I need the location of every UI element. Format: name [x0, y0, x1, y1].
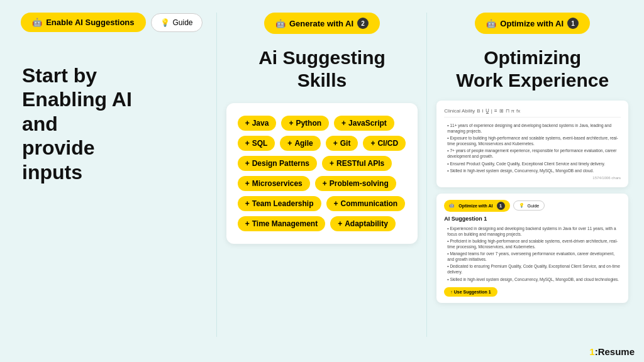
skill-git: Git — [326, 136, 358, 151]
doc-bullet-4: • Ensured Product Quality, Code Quality,… — [444, 161, 621, 167]
toolbar-fx: fx — [516, 108, 520, 114]
skill-time-management: Time Management — [238, 216, 326, 231]
col3-buttons: 🤖 Optimize with AI 1 — [475, 13, 590, 34]
toolbar-list: ≡ — [494, 108, 497, 114]
optimize-ai-button[interactable]: 🤖 Optimize with AI 1 — [475, 13, 590, 34]
guide-label: Guide — [173, 18, 193, 27]
ai-bullet-1: • Experienced in designing and developin… — [444, 226, 621, 237]
robot-icon-4: 🤖 — [449, 203, 455, 208]
column-2: 🤖 Generate with AI 2 Ai Suggesting Skill… — [217, 13, 428, 337]
doc-char-count: 1574/1006 chars — [444, 176, 621, 180]
column-3: 🤖 Optimize with AI 1 Optimizing Work Exp… — [427, 13, 638, 337]
doc-bullet-1: • 11+ years of experience designing and … — [444, 123, 621, 134]
toolbar-align: ⊞ — [499, 108, 504, 114]
optimize-badge: 1 — [567, 18, 579, 29]
col2-buttons: 🤖 Generate with AI 2 — [264, 13, 380, 34]
column-1: 🤖 Enable AI Suggestions 💡 Guide Start by… — [6, 13, 217, 337]
skill-team-leadership: Team Leadership — [238, 196, 321, 211]
ai-bullet-5: • Skilled in high-level system design, C… — [444, 277, 621, 282]
toolbar-sep: | — [491, 108, 492, 114]
doc-bullet-2: • Exposure to building high-performance … — [444, 135, 621, 146]
skill-design-patterns: Design Patterns — [238, 156, 317, 171]
toolbar-u: U̲ — [486, 108, 489, 114]
ai-suggestion-box: 🤖 Optimize with AI 1 💡 Guide AI Suggesti… — [436, 194, 628, 303]
ai-bullet-3: • Managed teams for over 7 years, overse… — [444, 251, 621, 262]
ai-suggestion-badge: 1 — [497, 202, 505, 210]
skills-card: Java Python JavaScript SQL Agile Git CI/… — [226, 103, 418, 244]
skill-communication: Communication — [326, 196, 406, 211]
bulb-icon: 💡 — [160, 18, 170, 27]
ai-bullet-4: • Dedicated to ensuring Premium Quality,… — [444, 263, 621, 275]
skill-sql: SQL — [238, 136, 275, 151]
generate-badge: 2 — [357, 18, 369, 29]
brand-text: :Resume — [595, 346, 635, 357]
robot-icon-2: 🤖 — [275, 19, 286, 28]
skill-python: Python — [281, 116, 329, 131]
col1-buttons: 🤖 Enable AI Suggestions 💡 Guide — [21, 13, 202, 32]
ai-box-header: 🤖 Optimize with AI 1 💡 Guide — [444, 200, 621, 212]
footer: 1:Resume — [0, 343, 644, 362]
ai-guide-label: Guide — [528, 204, 540, 208]
toolbar-pi: π — [511, 108, 515, 114]
ai-guide-button[interactable]: 💡 Guide — [513, 200, 545, 211]
toolbar-link: ⊓ — [506, 108, 509, 114]
skill-adaptability: Adaptability — [330, 216, 396, 231]
skill-microservices: Microservices — [238, 176, 310, 191]
skill-agile: Agile — [280, 136, 320, 151]
skill-restful: RESTful APIs — [322, 156, 392, 171]
robot-icon-3: 🤖 — [486, 19, 496, 28]
skill-java: Java — [238, 116, 277, 131]
ai-bullet-2: • Proficient in building high-performanc… — [444, 238, 621, 250]
ai-suggestion-optimize-btn[interactable]: 🤖 Optimize with AI 1 — [444, 200, 509, 212]
use-suggestion-button[interactable]: ↑ Use Suggestion 1 — [444, 287, 497, 297]
col2-title: Ai Suggesting Skills — [258, 47, 386, 92]
doc-toolbar-label: Clinical Ability — [444, 108, 475, 114]
brand-logo: 1:Resume — [589, 346, 635, 357]
skill-problem-solving: Problem-solving — [315, 176, 396, 191]
col3-title: Optimizing Work Experience — [456, 47, 609, 92]
guide-button[interactable]: 💡 Guide — [151, 13, 203, 32]
doc-bullet-3: • 7+ years of people management experien… — [444, 148, 621, 159]
enable-ai-label: Enable AI Suggestions — [46, 18, 134, 27]
doc-bullet-5: • Skilled in high-level system design, C… — [444, 168, 621, 173]
robot-icon: 🤖 — [32, 18, 42, 27]
doc-toolbar: Clinical Ability B I U̲ | ≡ ⊞ ⊓ π fx — [444, 108, 621, 118]
ai-suggestion-title: AI Suggestion 1 — [444, 216, 621, 222]
col1-title: Start by Enabling AI and provide inputs — [16, 63, 208, 184]
enable-ai-button[interactable]: 🤖 Enable AI Suggestions — [21, 13, 145, 32]
generate-ai-label: Generate with AI — [289, 19, 353, 28]
toolbar-b: B — [477, 108, 480, 114]
doc-preview: Clinical Ability B I U̲ | ≡ ⊞ ⊓ π fx • 1… — [436, 101, 628, 187]
toolbar-i: I — [482, 108, 484, 114]
bulb-icon-2: 💡 — [519, 203, 525, 208]
ai-btn-label: Optimize with AI — [458, 204, 492, 208]
skill-cicd: CI/CD — [363, 136, 406, 151]
generate-ai-button[interactable]: 🤖 Generate with AI 2 — [264, 13, 380, 34]
skill-javascript: JavaScript — [334, 116, 394, 131]
brand-accent: 1 — [589, 346, 594, 357]
optimize-ai-label: Optimize with AI — [500, 19, 564, 28]
